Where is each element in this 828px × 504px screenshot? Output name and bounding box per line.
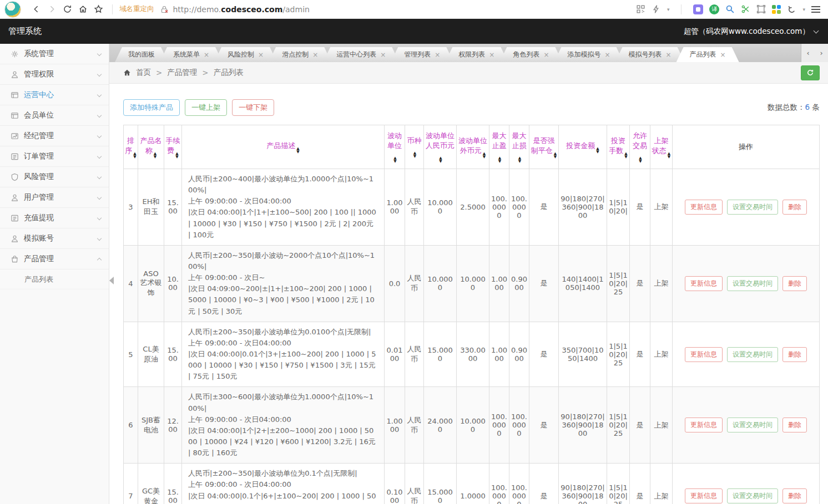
- sidebar-item-7[interactable]: 风险管理: [0, 167, 109, 187]
- tab-11[interactable]: 产品列表×: [676, 47, 739, 62]
- sort-arrows-icon[interactable]: ▲▼: [175, 152, 178, 159]
- sort-arrows-icon[interactable]: ▲▼: [596, 147, 599, 154]
- sort-arrows-icon[interactable]: ▲▼: [154, 152, 156, 159]
- column-header-7[interactable]: 波动单位人民币元▲▼: [424, 125, 457, 169]
- address-bar[interactable]: http://demo.codesceo.com/admin: [173, 5, 310, 14]
- column-header-2[interactable]: 产品名称▲▼: [138, 125, 164, 169]
- scissors-icon[interactable]: [741, 4, 750, 14]
- sort-arrows-icon[interactable]: ▲▼: [518, 156, 521, 163]
- tab-close-icon[interactable]: ×: [312, 52, 318, 58]
- column-header-11[interactable]: 是否强制平仓▲▼: [529, 125, 559, 169]
- tab-2[interactable]: 系统菜单×: [160, 47, 223, 62]
- sidebar-item-10[interactable]: 模拟账号: [0, 228, 109, 249]
- column-header-9[interactable]: 最大止盈▲▼: [489, 125, 509, 169]
- update-info-button[interactable]: 更新信息: [685, 488, 723, 503]
- column-header-8[interactable]: 波动单位外币元▲▼: [457, 125, 489, 169]
- breadcrumb-product-mgmt[interactable]: 产品管理: [167, 68, 197, 78]
- tab-scroll-right-icon[interactable]: ›: [815, 44, 828, 62]
- chevron-down-icon[interactable]: ▾: [802, 7, 805, 12]
- tab-close-icon[interactable]: ×: [258, 52, 264, 58]
- tab-close-icon[interactable]: ×: [604, 52, 610, 58]
- sidebar-item-1[interactable]: 系统管理: [0, 44, 109, 64]
- tab-close-icon[interactable]: ×: [720, 52, 726, 58]
- insecure-lock-icon[interactable]: [160, 5, 169, 14]
- tab-7[interactable]: 权限列表×: [445, 47, 508, 62]
- sort-arrows-icon[interactable]: ▲▼: [133, 152, 136, 159]
- sidebar-subitem-产品列表[interactable]: 产品列表: [0, 269, 109, 289]
- tab-5[interactable]: 运营中心列表×: [323, 47, 399, 62]
- search-icon[interactable]: [725, 4, 735, 14]
- domain-redirect-label[interactable]: 域名重定向: [119, 4, 154, 14]
- translate-icon[interactable]: 译: [709, 4, 719, 14]
- breadcrumb-home[interactable]: 首页: [136, 68, 151, 78]
- column-header-10[interactable]: 最大止损▲▼: [509, 125, 529, 169]
- screenshot-frame-icon[interactable]: [756, 4, 766, 14]
- sidebar-item-6[interactable]: 订单管理: [0, 146, 109, 167]
- tab-close-icon[interactable]: ×: [543, 52, 549, 58]
- delete-button[interactable]: 删除: [782, 276, 807, 291]
- sidebar-collapse-icon[interactable]: [109, 277, 114, 284]
- tab-close-icon[interactable]: ×: [666, 52, 672, 58]
- column-header-13[interactable]: 投资手数▲▼: [607, 125, 630, 169]
- sort-arrows-icon[interactable]: ▲▼: [413, 151, 416, 158]
- batch-delist-button[interactable]: 一键下架: [232, 99, 274, 116]
- tab-8[interactable]: 角色列表×: [499, 47, 562, 62]
- sort-arrows-icon[interactable]: ▲▼: [296, 147, 299, 154]
- extension-icon[interactable]: [693, 4, 703, 14]
- user-menu[interactable]: 超管（码农网www.codesceo.com）: [684, 27, 818, 37]
- refresh-icon[interactable]: [60, 2, 74, 17]
- batch-list-button[interactable]: 一键上架: [185, 99, 227, 116]
- set-trading-time-button[interactable]: 设置交易时间: [727, 418, 778, 432]
- tab-4[interactable]: 滑点控制×: [269, 47, 331, 62]
- back-icon[interactable]: [29, 2, 43, 17]
- bookmark-star-icon[interactable]: [91, 2, 105, 17]
- sidebar-item-2[interactable]: 管理权限: [0, 64, 109, 85]
- home-icon[interactable]: [75, 2, 90, 17]
- column-header-3[interactable]: 手续费▲▼: [164, 125, 182, 169]
- tab-1[interactable]: 我的面板: [115, 47, 168, 62]
- qr-code-icon[interactable]: [636, 4, 645, 14]
- tab-close-icon[interactable]: ×: [489, 52, 494, 58]
- delete-button[interactable]: 删除: [782, 488, 807, 503]
- add-special-product-button[interactable]: 添加特殊产品: [123, 99, 180, 116]
- sort-arrows-icon[interactable]: ▲▼: [498, 156, 501, 163]
- sidebar-item-8[interactable]: 用户管理: [0, 187, 109, 208]
- undo-icon[interactable]: [787, 4, 796, 14]
- sort-arrows-icon[interactable]: ▲▼: [439, 156, 442, 163]
- sort-arrows-icon[interactable]: ▲▼: [624, 152, 627, 159]
- lightning-icon[interactable]: [652, 4, 661, 14]
- delete-button[interactable]: 删除: [782, 418, 807, 432]
- column-header-14[interactable]: 允许交易▲▼: [630, 125, 650, 169]
- sidebar-item-9[interactable]: 充值提现: [0, 208, 109, 228]
- column-header-5[interactable]: 波动单位▲▼: [385, 125, 405, 169]
- delete-button[interactable]: 删除: [782, 347, 807, 362]
- sidebar-item-3[interactable]: 运营中心: [0, 85, 109, 105]
- tab-3[interactable]: 风险控制×: [214, 47, 277, 62]
- update-info-button[interactable]: 更新信息: [685, 418, 723, 432]
- refresh-button[interactable]: [801, 65, 820, 80]
- tab-9[interactable]: 添加模拟号×: [554, 47, 623, 62]
- column-header-15[interactable]: 上架状态▲▼: [650, 125, 673, 169]
- sidebar-item-4[interactable]: 会员单位: [0, 105, 109, 126]
- sidebar-item-5[interactable]: 经纪管理: [0, 126, 109, 146]
- set-trading-time-button[interactable]: 设置交易时间: [727, 200, 778, 215]
- set-trading-time-button[interactable]: 设置交易时间: [727, 488, 778, 503]
- chevron-down-icon[interactable]: ▾: [667, 7, 670, 12]
- column-header-4[interactable]: 产品描述▲▼: [182, 125, 385, 169]
- update-info-button[interactable]: 更新信息: [685, 276, 723, 291]
- forward-icon[interactable]: [44, 2, 59, 17]
- tab-close-icon[interactable]: ×: [435, 52, 440, 58]
- sort-arrows-icon[interactable]: ▲▼: [393, 156, 396, 163]
- column-header-6[interactable]: 币种▲▼: [405, 125, 424, 169]
- column-header-12[interactable]: 投资金额▲▼: [559, 125, 607, 169]
- sort-arrows-icon[interactable]: ▲▼: [668, 152, 670, 159]
- tab-close-icon[interactable]: ×: [204, 52, 209, 58]
- apps-grid-icon[interactable]: [772, 5, 781, 14]
- sidebar-item-11[interactable]: 产品管理: [0, 249, 109, 269]
- column-header-1[interactable]: 排序▲▼: [124, 125, 138, 169]
- tab-6[interactable]: 管理列表×: [391, 47, 453, 62]
- tab-scroll-left-icon[interactable]: ‹: [801, 44, 815, 62]
- update-info-button[interactable]: 更新信息: [685, 347, 723, 362]
- set-trading-time-button[interactable]: 设置交易时间: [727, 347, 778, 362]
- menu-icon[interactable]: [811, 6, 820, 13]
